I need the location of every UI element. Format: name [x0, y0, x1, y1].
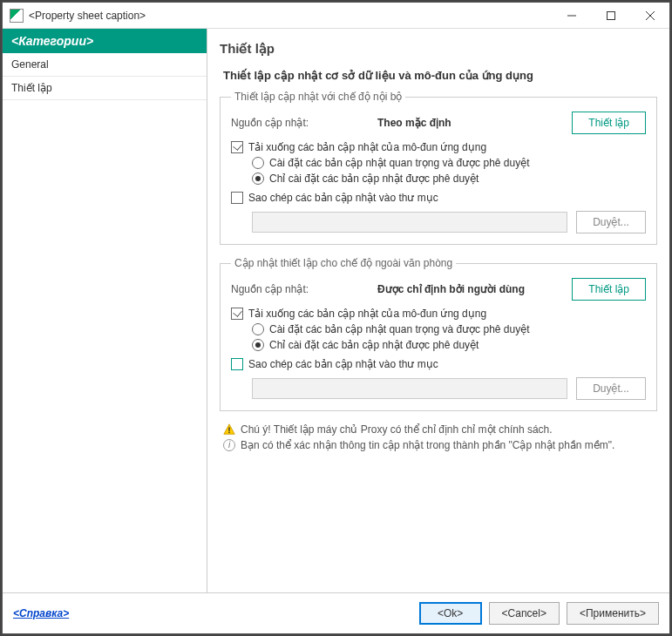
minimize-button[interactable] — [552, 3, 591, 28]
info-text: Bạn có thể xác nhận thông tin cập nhật t… — [241, 439, 614, 451]
external-radio-important[interactable] — [252, 323, 264, 335]
svg-rect-6 — [228, 432, 229, 433]
apply-button[interactable]: <Применить> — [567, 602, 659, 625]
internal-download-label: Tải xuống các bản cập nhật của mô-đun ứn… — [248, 141, 486, 153]
window-title: <Property sheet caption> — [29, 10, 552, 22]
external-radio-approved-label: Chỉ cài đặt các bản cập nhật được phê du… — [269, 339, 479, 351]
close-button[interactable] — [630, 3, 669, 28]
titlebar: <Property sheet caption> — [3, 3, 669, 29]
external-radio-approved[interactable] — [252, 339, 264, 351]
app-icon — [10, 9, 24, 23]
page-title: Thiết lập — [220, 41, 657, 57]
internal-radio-important[interactable] — [252, 157, 264, 169]
external-source-value: Được chỉ định bởi người dùng — [377, 283, 565, 295]
internal-setup-button[interactable]: Thiết lập — [572, 112, 646, 134]
category-sidebar: <Категории> General Thiết lập — [3, 29, 207, 592]
internal-copy-label: Sao chép các bản cập nhật vào thư mục — [248, 192, 438, 204]
help-link[interactable]: <Справка> — [13, 607, 69, 619]
ok-button[interactable]: <Ok> — [419, 602, 482, 625]
svg-rect-1 — [607, 11, 614, 19]
cancel-button[interactable]: <Cancel> — [489, 602, 560, 625]
warning-icon — [223, 423, 235, 436]
internal-source-value: Theo mặc định — [377, 117, 565, 129]
external-setup-button[interactable]: Thiết lập — [572, 278, 646, 301]
sidebar-item-settings[interactable]: Thiết lập — [3, 77, 207, 100]
category-header: <Категории> — [3, 29, 207, 53]
external-browse-button[interactable]: Duyệt... — [576, 377, 646, 400]
group-external-legend: Cập nhật thiết lập cho chế độ ngoài văn … — [231, 257, 456, 269]
internal-copy-path-input[interactable] — [252, 212, 567, 233]
internal-browse-button[interactable]: Duyệt... — [576, 211, 646, 233]
external-copy-path-input[interactable] — [252, 378, 567, 399]
external-source-label: Nguồn cập nhật: — [231, 283, 370, 295]
group-external: Cập nhật thiết lập cho chế độ ngoài văn … — [220, 257, 657, 411]
external-download-checkbox[interactable] — [231, 308, 243, 320]
main-panel: Thiết lập Thiết lập cập nhật cơ sở dữ li… — [207, 29, 669, 592]
external-copy-label: Sao chép các bản cập nhật vào thư mục — [248, 358, 438, 370]
internal-copy-checkbox[interactable] — [231, 192, 243, 204]
internal-download-checkbox[interactable] — [231, 141, 243, 153]
internal-source-label: Nguồn cập nhật: — [231, 117, 370, 129]
group-internal-legend: Thiết lập cập nhật với chế độ nội bộ — [231, 91, 405, 103]
internal-radio-important-label: Cài đặt các bản cập nhật quan trọng và đ… — [269, 157, 530, 169]
sidebar-item-general[interactable]: General — [3, 53, 207, 77]
info-icon: i — [223, 439, 235, 451]
maximize-button[interactable] — [591, 3, 630, 28]
svg-rect-5 — [228, 427, 229, 430]
group-internal: Thiết lập cập nhật với chế độ nội bộ Ngu… — [220, 91, 657, 245]
external-radio-important-label: Cài đặt các bản cập nhật quan trọng và đ… — [269, 323, 530, 335]
internal-radio-approved[interactable] — [252, 173, 264, 185]
dialog-footer: <Справка> <Ok> <Cancel> <Применить> — [3, 592, 669, 633]
section-title: Thiết lập cập nhật cơ sở dữ liệu và mô-đ… — [223, 69, 657, 82]
external-copy-checkbox[interactable] — [231, 358, 243, 370]
internal-radio-approved-label: Chỉ cài đặt các bản cập nhật được phê du… — [269, 173, 479, 185]
warning-text: Chú ý! Thiết lập máy chủ Proxy có thể ch… — [241, 423, 553, 436]
external-download-label: Tải xuống các bản cập nhật của mô-đun ứn… — [248, 308, 486, 320]
property-sheet-window: <Property sheet caption> <Категории> Gen… — [2, 2, 670, 634]
